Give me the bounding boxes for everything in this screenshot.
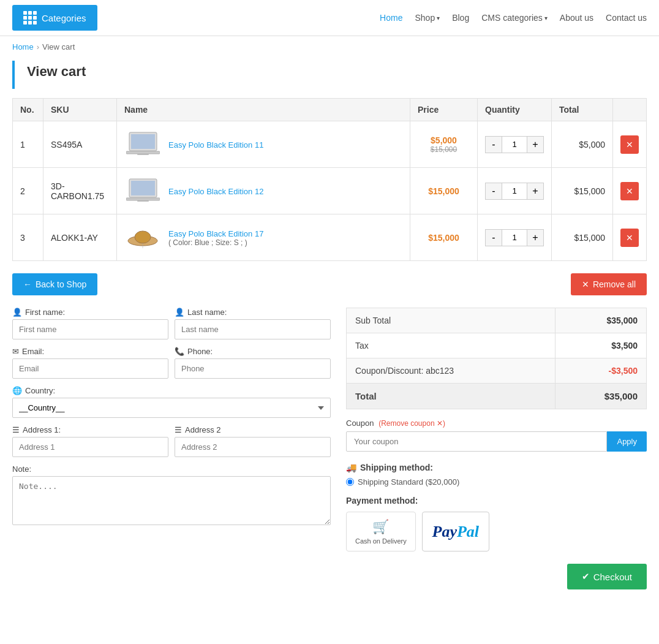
- nav-home[interactable]: Home: [380, 13, 402, 23]
- header: Categories Home Shop ▾ Blog CMS categori…: [0, 0, 659, 36]
- row-total: $15,000: [552, 214, 613, 261]
- nav-blog[interactable]: Blog: [452, 13, 469, 23]
- svg-rect-5: [131, 181, 155, 195]
- tax-row: Tax $3,500: [347, 333, 647, 358]
- qty-input[interactable]: [502, 136, 527, 153]
- paypal-logo: PayPal: [432, 523, 480, 541]
- remove-item-button[interactable]: ✕: [620, 182, 639, 200]
- qty-input[interactable]: [502, 229, 527, 246]
- col-sku: SKU: [43, 99, 117, 121]
- coupon-section: Coupon (Remove coupon ✕) Apply: [346, 419, 647, 452]
- remove-item-button[interactable]: ✕: [620, 229, 639, 247]
- qty-decrease-button[interactable]: -: [485, 183, 502, 200]
- remove-coupon-button[interactable]: (Remove coupon ✕): [378, 419, 445, 428]
- country-group: 🌐 Country: __Country__: [12, 386, 331, 418]
- list-icon: ☰: [175, 425, 182, 434]
- qty-input[interactable]: [502, 183, 527, 200]
- first-name-label: 👤 First name:: [12, 308, 168, 317]
- name-row: 👤 First name: 👤 Last name:: [12, 308, 331, 339]
- table-row: 2 3D-CARBON1.75 Easy Polo Black Edition …: [13, 168, 647, 214]
- country-label: 🌐 Country:: [12, 386, 331, 395]
- col-name: Name: [117, 99, 410, 121]
- nav-cms[interactable]: CMS categories ▾: [481, 13, 548, 23]
- coupon-input[interactable]: [346, 431, 607, 452]
- row-no: 2: [13, 168, 43, 214]
- email-group: ✉ Email:: [12, 347, 168, 379]
- country-row: 🌐 Country: __Country__: [12, 386, 331, 418]
- product-link[interactable]: Easy Polo Black Edition 17: [168, 229, 263, 238]
- product-link[interactable]: Easy Polo Black Edition 12: [168, 187, 263, 196]
- payment-options: 🛒 Cash on Delivery PayPal: [346, 512, 647, 551]
- nav-contact[interactable]: Contact us: [606, 13, 647, 23]
- last-name-field[interactable]: [175, 319, 331, 339]
- row-action: ✕: [613, 121, 647, 168]
- coupon-label: Coupon/Discount: abc123: [347, 358, 555, 384]
- row-qty: - +: [478, 214, 552, 261]
- address2-group: ☰ Address 2: [175, 425, 331, 457]
- tax-value: $3,500: [555, 333, 646, 358]
- qty-increase-button[interactable]: +: [527, 136, 544, 153]
- apply-coupon-button[interactable]: Apply: [607, 431, 647, 452]
- coupon-label-row: Coupon (Remove coupon ✕): [346, 419, 647, 428]
- qty-decrease-button[interactable]: -: [485, 136, 502, 153]
- shipping-section: 🚚 Shipping method: Shipping Standard ($2…: [346, 463, 647, 487]
- qty-increase-button[interactable]: +: [527, 183, 544, 200]
- row-qty: - +: [478, 168, 552, 214]
- contact-row: ✉ Email: 📞 Phone:: [12, 347, 331, 379]
- payment-title: Payment method:: [346, 496, 647, 506]
- breadcrumb-separator: ›: [37, 42, 39, 51]
- country-select[interactable]: __Country__: [12, 398, 331, 418]
- first-name-field[interactable]: [12, 319, 168, 339]
- nav-shop[interactable]: Shop ▾: [415, 13, 440, 23]
- envelope-icon: ✉: [12, 347, 19, 356]
- total-label: Total: [347, 384, 555, 409]
- product-link[interactable]: Easy Polo Black Edition 11: [168, 140, 263, 150]
- row-sku: 3D-CARBON1.75: [43, 168, 117, 214]
- row-price: $15,000: [410, 168, 478, 214]
- tax-label: Tax: [347, 333, 555, 358]
- row-name: Easy Polo Black Edition 12: [117, 168, 410, 214]
- row-name: Easy Polo Black Edition 17 ( Color: Blue…: [117, 214, 410, 261]
- row-sku: SS495A: [43, 121, 117, 168]
- qty-increase-button[interactable]: +: [527, 229, 544, 246]
- total-value: $35,000: [555, 384, 646, 409]
- back-to-shop-button[interactable]: ← Back to Shop: [12, 273, 97, 295]
- address1-field[interactable]: [12, 437, 168, 457]
- remove-item-button[interactable]: ✕: [620, 135, 639, 154]
- col-price: Price: [410, 99, 478, 121]
- list-icon: ☰: [12, 425, 20, 434]
- page-title-wrap: View cart: [12, 61, 647, 89]
- payment-section: Payment method: 🛒 Cash on Delivery PayPa…: [346, 496, 647, 551]
- phone-field[interactable]: [175, 358, 331, 379]
- address2-label: ☰ Address 2: [175, 425, 331, 434]
- categories-button[interactable]: Categories: [12, 5, 97, 31]
- shipping-radio[interactable]: [346, 478, 354, 486]
- cod-option[interactable]: 🛒 Cash on Delivery: [346, 512, 416, 551]
- breadcrumb: Home › View cart: [0, 36, 659, 58]
- times-icon: ✕: [582, 279, 589, 289]
- note-field[interactable]: [12, 476, 331, 525]
- address1-group: ☰ Address 1:: [12, 425, 168, 457]
- cod-box: 🛒 Cash on Delivery: [355, 519, 407, 545]
- row-no: 3: [13, 214, 43, 261]
- subtotal-label: Sub Total: [347, 308, 555, 333]
- checkout-button[interactable]: ✔ Checkout: [567, 564, 647, 589]
- last-name-label: 👤 Last name:: [175, 308, 331, 317]
- qty-decrease-button[interactable]: -: [485, 229, 502, 246]
- grid-icon: [23, 11, 37, 25]
- checkout-row: ✔ Checkout: [346, 564, 647, 589]
- note-label: Note:: [12, 464, 331, 474]
- phone-label: 📞 Phone:: [175, 347, 331, 356]
- row-price: $15,000: [410, 214, 478, 261]
- shipping-option[interactable]: Shipping Standard ($20,000): [346, 477, 647, 487]
- checkout-section: 👤 First name: 👤 Last name: ✉: [12, 308, 647, 589]
- svg-rect-1: [131, 134, 155, 149]
- remove-all-button[interactable]: ✕ Remove all: [571, 273, 647, 295]
- email-field[interactable]: [12, 358, 168, 379]
- address2-field[interactable]: [175, 437, 331, 457]
- breadcrumb-home[interactable]: Home: [12, 42, 34, 51]
- nav-about[interactable]: About us: [560, 13, 593, 23]
- cart-table: No. SKU Name Price Quantity Total 1 SS49…: [12, 98, 647, 261]
- row-action: ✕: [613, 214, 647, 261]
- paypal-option[interactable]: PayPal: [422, 512, 489, 551]
